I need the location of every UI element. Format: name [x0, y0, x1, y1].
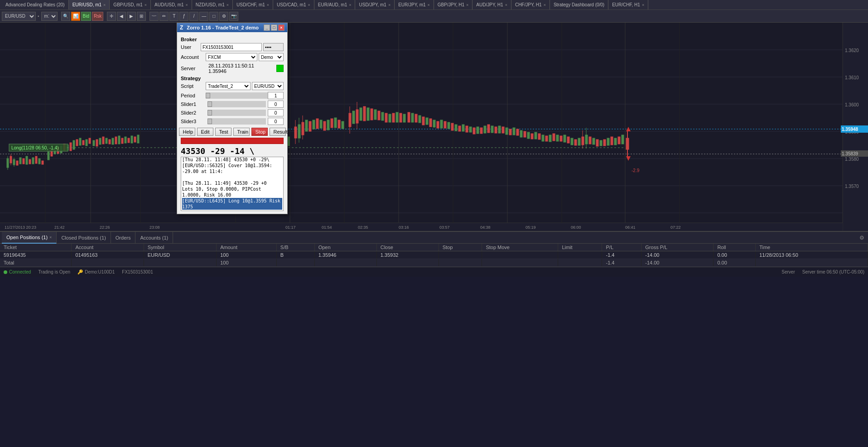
bottom-panel: Open Positions (1) × Closed Positions (1…: [0, 231, 868, 267]
stop-button[interactable]: Stop: [251, 128, 268, 136]
slider2-label: Slider2: [181, 110, 206, 115]
result-button[interactable]: Result: [270, 128, 286, 136]
screenshot-button[interactable]: 📷: [229, 12, 238, 21]
svg-text:04:38: 04:38: [480, 225, 491, 230]
slider1-value: 0: [268, 101, 284, 108]
tab-eurusd-m1[interactable]: EUR/USD, m1 ×: [69, 0, 110, 10]
panel-settings-button[interactable]: ⚙: [858, 234, 866, 242]
svg-rect-166: [473, 128, 475, 134]
svg-rect-186: [545, 136, 548, 141]
svg-rect-123: [320, 120, 322, 128]
close-positions-tab-icon[interactable]: ×: [49, 235, 52, 240]
svg-text:03:16: 03:16: [399, 225, 409, 230]
slider2-track[interactable]: [207, 110, 266, 116]
password-input[interactable]: [263, 43, 284, 51]
crosshair-button[interactable]: ✛: [107, 12, 116, 21]
draw-button[interactable]: ✏: [159, 12, 169, 21]
tab-orders[interactable]: Orders: [111, 232, 136, 244]
account-type-select[interactable]: Demo: [259, 53, 284, 61]
scroll-left-button[interactable]: ◀: [117, 12, 126, 21]
user-input[interactable]: [201, 43, 262, 51]
test-button[interactable]: Test: [215, 128, 231, 136]
svg-rect-184: [538, 134, 540, 139]
svg-text:1.3570: 1.3570: [845, 184, 859, 189]
hline-button[interactable]: —: [199, 12, 208, 21]
svg-rect-136: [363, 106, 366, 121]
tab-accounts[interactable]: Accounts (1): [135, 232, 173, 244]
svg-rect-68: [70, 143, 72, 151]
log-area[interactable]: [299: Thu 28.11. 11:47] 1.35935[299: Thu…: [181, 157, 284, 211]
svg-rect-57: [32, 158, 34, 164]
svg-rect-71: [79, 138, 81, 145]
risk-button[interactable]: Rsk: [92, 12, 103, 21]
tab-usdcad-m1[interactable]: USD/CAD, m1 ×: [273, 0, 314, 10]
text-button[interactable]: T: [169, 12, 178, 21]
close-tab-icon[interactable]: ×: [466, 3, 468, 7]
tab-audusd-m1[interactable]: AUD/USD, m1 ×: [151, 0, 192, 10]
close-tab-icon[interactable]: ×: [505, 3, 507, 7]
tab-euraud-m1[interactable]: EUR/AUD, m1 ×: [314, 0, 356, 10]
script-select[interactable]: TradeTest_2: [206, 82, 251, 90]
tab-advanced-dealing[interactable]: Advanced Dealing Rates (20): [2, 0, 69, 10]
close-tab-icon[interactable]: ×: [103, 3, 106, 7]
fib-button[interactable]: ƒ: [179, 12, 188, 21]
svg-rect-82: [115, 137, 117, 144]
edit-button[interactable]: Edit: [197, 128, 213, 136]
tab-eurjpy-m1[interactable]: EUR/JPY, m1 ×: [395, 0, 434, 10]
slider1-track[interactable]: [207, 101, 266, 107]
tab-usdjpy-m1[interactable]: USD/JPY, m1 ×: [355, 0, 395, 10]
tab-audjpy-h1[interactable]: AUD/JPY, H1 ×: [473, 0, 511, 10]
zoom-in-button[interactable]: 🔍: [61, 12, 70, 21]
svg-rect-74: [89, 138, 91, 144]
tab-usdchf-m1[interactable]: USD/CHF, m1 ×: [233, 0, 273, 10]
close-tab-icon[interactable]: ×: [308, 3, 310, 7]
zoom-fit-button[interactable]: ⊞: [137, 12, 146, 21]
svg-rect-54: [23, 159, 24, 164]
close-tab-icon[interactable]: ×: [642, 3, 644, 7]
bar-chart-button[interactable]: 📊: [71, 12, 80, 21]
close-tab-icon[interactable]: ×: [388, 3, 391, 7]
cell-symbol: EUR/USD: [144, 251, 217, 259]
scroll-right-button[interactable]: ▶: [127, 12, 136, 21]
help-button[interactable]: Help: [179, 128, 195, 136]
account-broker-select[interactable]: FXCM: [206, 53, 257, 61]
tab-gbpjpy-h1[interactable]: GBP/JPY, H1 ×: [434, 0, 473, 10]
svg-rect-177: [513, 128, 515, 135]
svg-rect-167: [477, 127, 479, 134]
period-slider[interactable]: [206, 92, 268, 99]
close-button[interactable]: ×: [278, 24, 285, 31]
close-tab-icon[interactable]: ×: [227, 3, 229, 7]
tab-eurchf-h1[interactable]: EUR/CHF, H1 ×: [608, 0, 648, 10]
tab-strategy-dashboard[interactable]: Strategy Dashboard (0/0): [550, 0, 608, 10]
tab-gbpusd-m1[interactable]: GBP/USD, m1 ×: [110, 0, 151, 10]
close-tab-icon[interactable]: ×: [428, 3, 430, 7]
svg-text:06:41: 06:41: [625, 225, 636, 230]
close-tab-icon[interactable]: ×: [186, 3, 188, 7]
minimize-button[interactable]: _: [264, 24, 270, 31]
svg-rect-139: [374, 110, 376, 120]
svg-rect-132: [352, 111, 355, 124]
settings-button[interactable]: ⚙: [219, 12, 228, 21]
tab-nzdusd-m1[interactable]: NZD/USD, m1 ×: [192, 0, 233, 10]
svg-rect-55: [26, 156, 28, 164]
tab-closed-positions[interactable]: Closed Positions (1): [57, 232, 111, 244]
close-tab-icon[interactable]: ×: [145, 3, 147, 7]
tab-open-positions[interactable]: Open Positions (1) ×: [2, 232, 57, 244]
svg-rect-202: [596, 139, 598, 146]
chart-tabs: Advanced Dealing Rates (20) EUR/USD, m1 …: [0, 0, 868, 10]
asset-select[interactable]: EUR/USD: [252, 82, 284, 90]
tab-chfjpy-h1[interactable]: CHF/JPY, H1 ×: [511, 0, 550, 10]
indicator-button[interactable]: 〰: [149, 12, 159, 21]
line-button[interactable]: /: [189, 12, 198, 21]
symbol-select[interactable]: EUR/USD: [2, 12, 36, 21]
col-limit: Limit: [558, 244, 602, 251]
bid-button[interactable]: Bid: [81, 12, 91, 21]
close-tab-icon[interactable]: ×: [544, 3, 546, 7]
timeframe-select[interactable]: m1: [41, 12, 58, 21]
rect-button[interactable]: □: [209, 12, 218, 21]
maximize-button[interactable]: □: [271, 24, 277, 31]
train-button[interactable]: Train: [233, 128, 250, 136]
close-tab-icon[interactable]: ×: [349, 3, 351, 7]
close-tab-icon[interactable]: ×: [267, 3, 269, 7]
slider3-track[interactable]: [207, 118, 266, 125]
